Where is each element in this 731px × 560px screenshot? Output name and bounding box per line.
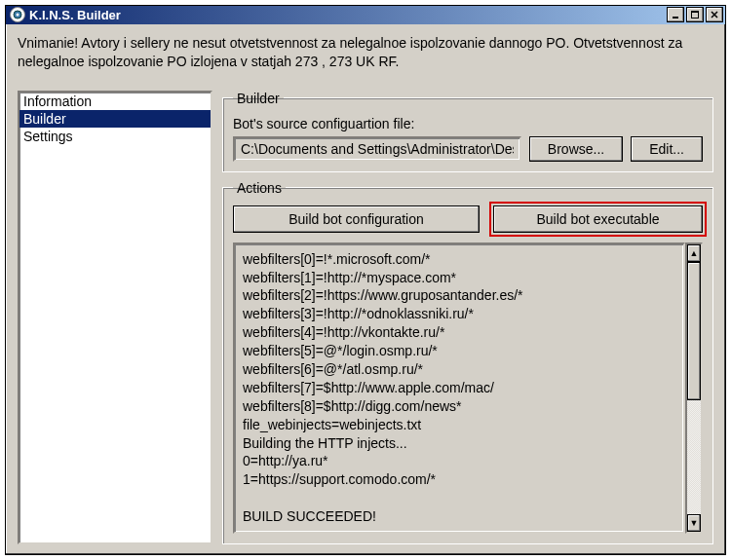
scroll-up-icon[interactable]: ▲	[687, 244, 701, 262]
builder-legend: Builder	[233, 91, 284, 106]
sidebar-item-information[interactable]: Information	[19, 93, 211, 110]
close-button[interactable]	[706, 7, 723, 22]
window-buttons	[667, 7, 723, 22]
output-scrollbar[interactable]: ▲ ▼	[685, 243, 703, 534]
sidebar-item-builder[interactable]: Builder	[19, 110, 211, 128]
svg-rect-4	[691, 11, 699, 13]
minimize-button[interactable]	[667, 7, 684, 22]
config-file-label: Bot's source configuartion file:	[233, 116, 703, 131]
window-title: K.I.N.S. Builder	[29, 8, 667, 22]
browse-button[interactable]: Browse...	[529, 136, 623, 162]
actions-fieldset: Actions Build bot configuration Build bo…	[222, 180, 713, 544]
build-exe-button[interactable]: Build bot executable	[493, 205, 703, 233]
scroll-thumb[interactable]	[687, 262, 701, 401]
actions-legend: Actions	[233, 180, 286, 196]
build-output[interactable]: webfilters[0]=!*.microsoft.com/* webfilt…	[233, 243, 685, 534]
app-icon	[10, 7, 25, 22]
sidebar-list[interactable]: Information Builder Settings	[18, 91, 212, 544]
builder-fieldset: Builder Bot's source configuartion file:…	[222, 91, 713, 172]
warning-text: Vnimanie! Avtory i sellery ne nesut otve…	[18, 34, 713, 71]
sidebar-item-settings[interactable]: Settings	[19, 128, 211, 145]
build-config-button[interactable]: Build bot configuration	[233, 205, 480, 233]
svg-point-1	[17, 14, 19, 17]
edit-button[interactable]: Edit...	[631, 136, 703, 162]
scroll-down-icon[interactable]: ▼	[687, 514, 701, 532]
titlebar: K.I.N.S. Builder	[6, 6, 725, 24]
config-path-input[interactable]	[233, 136, 521, 162]
scroll-track[interactable]	[687, 262, 701, 514]
app-window: K.I.N.S. Builder Vnimanie! Avtory i sell…	[5, 5, 726, 555]
client-area: Vnimanie! Avtory i sellery ne nesut otve…	[6, 24, 725, 554]
right-panel: Builder Bot's source configuartion file:…	[222, 91, 713, 544]
maximize-button[interactable]	[686, 7, 704, 22]
svg-rect-2	[673, 17, 678, 19]
main-area: Information Builder Settings Builder Bot…	[18, 91, 713, 544]
